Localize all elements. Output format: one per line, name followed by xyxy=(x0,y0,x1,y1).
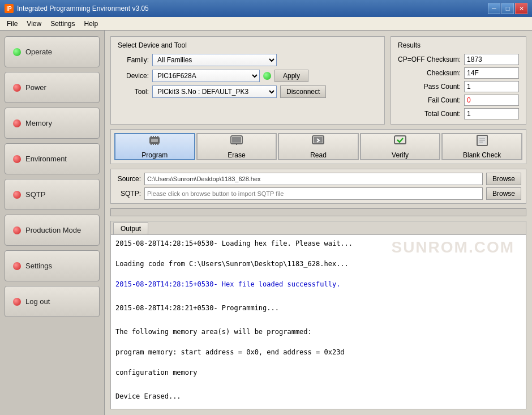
results-value-4: 1 xyxy=(464,108,519,119)
sqtp-input[interactable] xyxy=(144,187,483,200)
results-panel-title: Results xyxy=(398,41,519,49)
horizontal-scrollbar[interactable] xyxy=(110,208,526,216)
svg-rect-17 xyxy=(394,136,406,144)
output-line: Loading code from C:\Users\Sunrom\Deskto… xyxy=(115,259,521,269)
source-browse-button[interactable]: Browse xyxy=(486,173,521,185)
main-container: OperatePowerMemoryEnvironmentSQTPProduct… xyxy=(0,31,532,415)
erase-icon xyxy=(230,135,243,149)
read-icon xyxy=(311,135,325,149)
output-line: 2015-08-28T14:28:15+0530- Loading hex fi… xyxy=(115,238,521,249)
status-dot xyxy=(13,191,21,199)
sidebar-label: SQTP xyxy=(25,190,45,199)
source-input[interactable] xyxy=(144,173,483,185)
sqtp-browse-button[interactable]: Browse xyxy=(486,187,521,200)
results-label-2: Pass Count: xyxy=(398,83,461,91)
output-section: Output SUNROM.COM 2015-08-28T14:28:15+05… xyxy=(110,221,526,409)
sidebar-btn-environment[interactable]: Environment xyxy=(5,143,100,174)
menu-item-file[interactable]: File xyxy=(2,19,22,29)
device-panel: Select Device and Tool Family: All Famil… xyxy=(110,36,385,125)
output-line: configuration memory xyxy=(115,367,521,378)
title-bar: IP Integrated Programming Environment v3… xyxy=(0,0,532,17)
action-btn-label: Verify xyxy=(392,151,409,159)
action-btn-read[interactable]: Read xyxy=(278,133,359,160)
minimize-button[interactable]: ─ xyxy=(488,3,500,14)
output-line: 2015-08-28T14:28:15+0530- Hex file loade… xyxy=(115,279,521,289)
results-label-0: CP=OFF Checksum: xyxy=(398,55,461,63)
sidebar-label: Log out xyxy=(25,297,50,306)
sidebar-btn-log-out[interactable]: Log out xyxy=(5,286,100,317)
tool-row: Tool: PICkit3 S.No : DEFAULT_PK3 Disconn… xyxy=(118,85,377,98)
action-btn-blank-check[interactable]: Blank Check xyxy=(441,133,522,160)
menu-item-help[interactable]: Help xyxy=(80,19,103,29)
family-label: Family: xyxy=(118,56,149,64)
title-bar-text: Integrated Programming Environment v3.05 xyxy=(17,5,488,12)
status-dot xyxy=(13,262,21,270)
device-row: Device: PIC16F628A Apply xyxy=(118,70,377,82)
action-btn-label: Read xyxy=(310,151,327,159)
svg-rect-11 xyxy=(232,137,241,143)
maximize-button[interactable]: □ xyxy=(501,3,514,14)
sidebar: OperatePowerMemoryEnvironmentSQTPProduct… xyxy=(0,31,105,415)
sidebar-label: Environment xyxy=(25,155,67,163)
program-icon xyxy=(148,135,161,149)
output-tab[interactable]: Output xyxy=(113,223,148,234)
blank check-icon xyxy=(475,135,489,149)
status-dot xyxy=(13,226,21,234)
family-row: Family: All Families xyxy=(118,54,377,66)
action-bar: ProgramEraseReadVerifyBlank Check xyxy=(110,129,526,164)
tool-select[interactable]: PICkit3 S.No : DEFAULT_PK3 xyxy=(152,85,277,98)
source-label: Source: xyxy=(115,175,141,183)
content-area: Select Device and Tool Family: All Famil… xyxy=(105,31,532,415)
menu-item-settings[interactable]: Settings xyxy=(46,19,79,29)
results-value-1: 14F xyxy=(464,67,519,79)
sidebar-btn-operate[interactable]: Operate xyxy=(5,36,100,67)
sidebar-btn-memory[interactable]: Memory xyxy=(5,108,100,139)
apply-button[interactable]: Apply xyxy=(274,70,308,82)
device-panel-title: Select Device and Tool xyxy=(118,41,377,49)
results-label-3: Fail Count: xyxy=(398,96,461,104)
sidebar-label: Memory xyxy=(25,119,52,127)
menu-item-view[interactable]: View xyxy=(22,19,46,29)
output-content[interactable]: 2015-08-28T14:28:15+0530- Loading hex fi… xyxy=(111,235,526,409)
device-label: Device: xyxy=(118,72,149,80)
file-section: Source: Browse SQTP: Browse xyxy=(110,169,526,204)
results-value-0: 1873 xyxy=(464,54,519,65)
title-bar-controls: ─ □ ✕ xyxy=(488,3,527,14)
sqtp-label: SQTP: xyxy=(115,190,141,198)
device-select[interactable]: PIC16F628A xyxy=(152,70,260,82)
device-indicator xyxy=(263,72,271,80)
output-line: Device Erased... xyxy=(115,391,521,401)
results-value-2: 1 xyxy=(464,81,519,92)
family-select[interactable]: All Families xyxy=(152,54,277,66)
app-icon: IP xyxy=(5,4,14,13)
results-label-1: Checksum: xyxy=(398,69,461,77)
menu-bar: FileViewSettingsHelp xyxy=(0,17,532,31)
sidebar-btn-settings[interactable]: Settings xyxy=(5,250,100,281)
sidebar-btn-production-mode[interactable]: Production Mode xyxy=(5,215,100,246)
disconnect-button[interactable]: Disconnect xyxy=(280,85,326,98)
sidebar-btn-power[interactable]: Power xyxy=(5,72,100,103)
action-btn-erase[interactable]: Erase xyxy=(196,133,277,160)
action-btn-verify[interactable]: Verify xyxy=(360,133,441,160)
sqtp-row: SQTP: Browse xyxy=(115,187,521,200)
results-value-3: 0 xyxy=(464,95,519,106)
results-panel: Results CP=OFF Checksum:1873Checksum:14F… xyxy=(391,36,526,125)
sidebar-label: Production Mode xyxy=(25,226,81,234)
status-dot xyxy=(13,155,21,163)
close-button[interactable]: ✕ xyxy=(515,3,527,14)
output-line: 2015-08-28T14:28:21+0530- Programming... xyxy=(115,303,521,313)
status-dot xyxy=(13,48,21,56)
sidebar-label: Settings xyxy=(25,262,52,270)
source-row: Source: Browse xyxy=(115,173,521,185)
svg-rect-1 xyxy=(151,139,158,142)
action-btn-program[interactable]: Program xyxy=(114,133,195,160)
status-dot xyxy=(13,119,21,127)
tool-label: Tool: xyxy=(118,88,149,96)
sidebar-btn-sqtp[interactable]: SQTP xyxy=(5,179,100,210)
status-dot xyxy=(13,84,21,92)
sidebar-label: Power xyxy=(25,83,46,92)
action-btn-label: Erase xyxy=(228,151,245,159)
results-grid: CP=OFF Checksum:1873Checksum:14FPass Cou… xyxy=(398,54,519,119)
action-btn-label: Program xyxy=(141,151,168,159)
output-line: The following memory area(s) will be pro… xyxy=(115,327,521,337)
